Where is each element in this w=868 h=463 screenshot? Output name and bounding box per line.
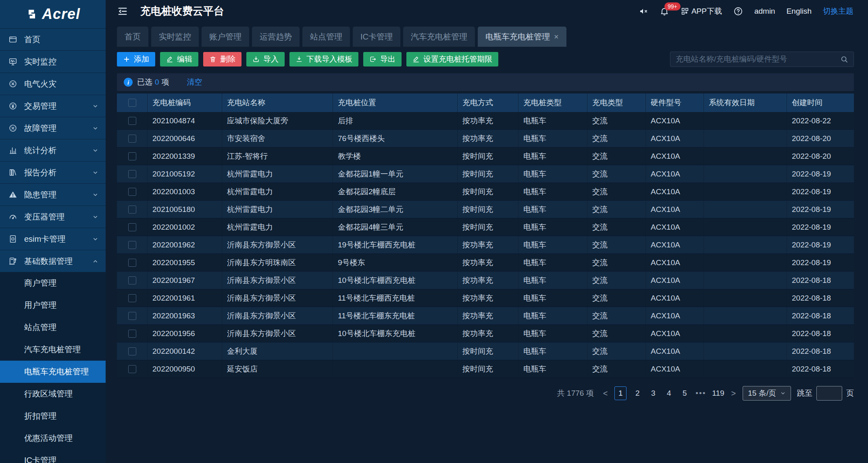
table-row[interactable]: 2021004874应城市保险大厦旁后排按功率充电瓶车交流ACX10A2022-… xyxy=(117,112,854,130)
jump-page-input[interactable] xyxy=(816,386,842,401)
table-row[interactable]: 2022001963沂南县东方御景小区11号楼北车棚东充电桩按功率充电瓶车交流A… xyxy=(117,307,854,325)
clear-selection-link[interactable]: 清空 xyxy=(187,77,202,87)
sidebar-subitem-promotion-mgmt[interactable]: 优惠活动管理 xyxy=(0,427,106,449)
tab-station-mgmt[interactable]: 站点管理 xyxy=(302,27,350,47)
row-checkbox[interactable] xyxy=(128,117,136,125)
tab-operation-trend[interactable]: 运营趋势 xyxy=(252,27,300,47)
tab-realtime-monitor[interactable]: 实时监控 xyxy=(151,27,199,47)
row-checkbox[interactable] xyxy=(128,223,136,231)
search-input[interactable] xyxy=(676,55,840,64)
export-button[interactable]: 导出 xyxy=(363,52,402,66)
mute-icon[interactable] xyxy=(639,6,648,16)
page-5-button[interactable]: 5 xyxy=(680,389,689,398)
select-all-checkbox[interactable] xyxy=(128,99,136,107)
pagination-ellipsis[interactable]: ••• xyxy=(695,389,706,398)
sidebar-item-label: 报告分析 xyxy=(24,167,92,178)
sidebar-item-statistics[interactable]: 统计分析 xyxy=(0,139,106,161)
table-row[interactable]: 2022001003杭州雷霆电力金都花园2幢底层按时间充电瓶车交流ACX10A2… xyxy=(117,183,854,201)
table-row[interactable]: 2022001956沂南县东方御景小区10号楼北车棚东充电桩按功率充电瓶车交流A… xyxy=(117,325,854,343)
add-button[interactable]: 添加 xyxy=(117,52,155,66)
page-4-button[interactable]: 4 xyxy=(664,389,674,398)
sidebar-subitem-merchant-mgmt[interactable]: 商户管理 xyxy=(0,272,106,294)
help-icon[interactable] xyxy=(733,6,743,16)
row-checkbox[interactable] xyxy=(128,365,136,373)
sidebar-subitem-region-mgmt[interactable]: 行政区域管理 xyxy=(0,383,106,405)
tab-ebike-charger-mgmt[interactable]: 电瓶车充电桩管理× xyxy=(478,27,566,47)
sidebar-item-hazard-mgmt[interactable]: 隐患管理 xyxy=(0,183,106,206)
edit-icon xyxy=(412,56,420,63)
delete-button[interactable]: 删除 xyxy=(203,52,241,66)
language-switch[interactable]: English xyxy=(787,7,812,16)
download-icon xyxy=(296,56,303,63)
sidebar-item-report-analysis[interactable]: 报告分析 xyxy=(0,161,106,183)
row-checkbox[interactable] xyxy=(128,347,136,355)
table-cell: 2022-08-18 xyxy=(787,272,854,289)
row-checkbox[interactable] xyxy=(128,206,136,214)
table-row[interactable]: 2022000646市安装宿舍76号楼西楼头按功率充电瓶车交流ACX10A202… xyxy=(117,130,854,147)
table-cell: 电瓶车 xyxy=(518,183,587,201)
row-checkbox[interactable] xyxy=(128,135,136,143)
set-hosting-period-button[interactable]: 设置充电桩托管期限 xyxy=(406,52,498,66)
sidebar-item-fault-mgmt[interactable]: 故障管理 xyxy=(0,117,106,139)
page-119-button[interactable]: 119 xyxy=(712,389,724,398)
tab-ic-card-mgmt[interactable]: IC卡管理 xyxy=(353,27,400,47)
row-checkbox[interactable] xyxy=(128,330,136,338)
theme-switch-link[interactable]: 切换主题 xyxy=(823,6,853,17)
import-icon xyxy=(252,56,260,63)
row-checkbox[interactable] xyxy=(128,170,136,178)
sidebar-subitem-car-charger-mgmt[interactable]: 汽车充电桩管理 xyxy=(0,338,106,361)
row-checkbox[interactable] xyxy=(128,152,136,160)
table-row[interactable]: 2022001961沂南县东方御景小区11号楼北车棚西充电桩按功率充电瓶车交流A… xyxy=(117,289,854,307)
sidebar-item-transformer-mgmt[interactable]: 变压器管理 xyxy=(0,206,106,228)
sidebar-subitem-user-mgmt[interactable]: 用户管理 xyxy=(0,294,106,316)
download-template-button[interactable]: 下载导入模板 xyxy=(289,52,358,66)
table-row[interactable]: 2022000950延安饭店按时间充电瓶车交流ACX10A2022-08-18 xyxy=(117,360,854,378)
tab-car-charger-mgmt[interactable]: 汽车充电桩管理 xyxy=(403,27,475,47)
hazard-icon xyxy=(8,190,18,199)
table-row[interactable]: 2022001002杭州雷霆电力金都花园4幢三单元按时间充电瓶车交流ACX10A… xyxy=(117,218,854,236)
table-row[interactable]: 2022001962沂南县东方御景小区19号楼北车棚西充电桩按功率充电瓶车交流A… xyxy=(117,236,854,254)
table-row[interactable]: 2022001339江苏-智将行教学楼按时间充电瓶车交流ACX10A2022-0… xyxy=(117,147,854,165)
sidebar-item-transaction-mgmt[interactable]: 交易管理 xyxy=(0,95,106,117)
page-size-select[interactable]: 15 条/页 xyxy=(743,386,791,401)
close-tab-icon[interactable]: × xyxy=(554,32,559,42)
sidebar-subitem-station-mgmt[interactable]: 站点管理 xyxy=(0,316,106,338)
sidebar-item-base-data-mgmt[interactable]: 基础数据管理 xyxy=(0,250,106,272)
row-checkbox[interactable] xyxy=(128,312,136,320)
row-checkbox[interactable] xyxy=(128,276,136,284)
search-icon[interactable] xyxy=(840,55,848,63)
sidebar-subitem-ebike-charger-mgmt[interactable]: 电瓶车充电桩管理 xyxy=(0,361,106,383)
tab-account-mgmt[interactable]: 账户管理 xyxy=(202,27,249,47)
table-row[interactable]: 2021005192杭州雷霆电力金都花园1幢一单元按时间充电瓶车交流ACX10A… xyxy=(117,165,854,183)
sidebar-item-realtime-monitor[interactable]: 实时监控 xyxy=(0,50,106,73)
edit-button[interactable]: 编辑 xyxy=(160,52,198,66)
table-cell: 2022001339 xyxy=(148,147,222,165)
table-row[interactable]: 2022001955沂南县东方明珠南区9号楼东按功率充电瓶车交流ACX10A20… xyxy=(117,254,854,272)
tab-home[interactable]: 首页 xyxy=(117,27,148,47)
sidebar-subitem-ic-card-mgmt[interactable]: IC卡管理 xyxy=(0,449,106,463)
row-checkbox[interactable] xyxy=(128,241,136,249)
page-3-button[interactable]: 3 xyxy=(648,389,658,398)
sidebar-subitem-discount-mgmt[interactable]: 折扣管理 xyxy=(0,405,106,427)
notifications-bell-icon[interactable]: 99+ xyxy=(660,6,669,16)
table-cell: 按时间充 xyxy=(458,360,518,378)
row-checkbox[interactable] xyxy=(128,259,136,267)
table-row[interactable]: 2022000142金利大厦按时间充电瓶车交流ACX10A2022-08-18 xyxy=(117,343,854,360)
collapse-sidebar-icon[interactable] xyxy=(117,6,128,17)
table-row[interactable]: 2021005180杭州雷霆电力金都花园3幢二单元按时间充电瓶车交流ACX10A… xyxy=(117,201,854,218)
sidebar-item-electrical-fire[interactable]: 电气火灾 xyxy=(0,73,106,95)
next-page-icon[interactable]: > xyxy=(731,389,737,398)
app-download-link[interactable]: APP下载 xyxy=(681,6,722,17)
page-1-button[interactable]: 1 xyxy=(614,386,627,400)
table-row[interactable]: 2022001967沂南县东方御景小区10号楼北车棚西充电桩按功率充电瓶车交流A… xyxy=(117,272,854,289)
row-checkbox[interactable] xyxy=(128,188,136,196)
tab-label: 运营趋势 xyxy=(260,31,292,42)
sidebar-item-esim-card-mgmt[interactable]: esim卡管理 xyxy=(0,228,106,250)
username[interactable]: admin xyxy=(754,7,775,16)
import-button[interactable]: 导入 xyxy=(246,52,285,66)
prev-page-icon[interactable]: < xyxy=(602,389,609,398)
row-checkbox[interactable] xyxy=(128,294,136,302)
sidebar-item-home[interactable]: 首页 xyxy=(0,28,106,50)
table-cell: 按功率充 xyxy=(458,130,518,147)
page-2-button[interactable]: 2 xyxy=(633,389,642,398)
